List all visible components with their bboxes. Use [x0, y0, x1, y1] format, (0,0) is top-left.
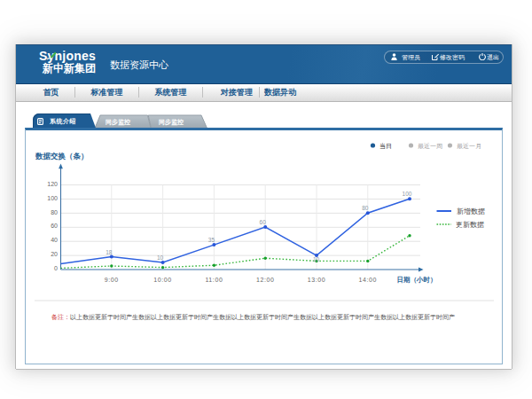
svg-text:20: 20 [51, 251, 58, 257]
svg-text:10: 10 [312, 256, 319, 262]
svg-text:同步监控: 同步监控 [106, 119, 130, 126]
svg-text:最近一周: 最近一周 [418, 143, 442, 149]
svg-text:13:00: 13:00 [307, 277, 325, 283]
svg-text:35: 35 [207, 237, 215, 243]
svg-text:60: 60 [259, 219, 266, 225]
svg-text:备注：以上数据更新于时间产生数据以上数据更新于时间产生数据以: 备注：以上数据更新于时间产生数据以上数据更新于时间产生数据以上数据更新于时间产生… [51, 313, 455, 321]
svg-text:100: 100 [402, 191, 411, 197]
svg-text:更新数据: 更新数据 [456, 221, 484, 229]
svg-text:10: 10 [156, 254, 163, 261]
svg-text:12:00: 12:00 [255, 277, 274, 283]
svg-text:80: 80 [51, 209, 58, 215]
svg-text:当日: 当日 [379, 143, 392, 150]
svg-text:80: 80 [362, 205, 369, 211]
svg-text:0: 0 [54, 265, 58, 271]
svg-text:100: 100 [47, 195, 58, 201]
svg-text:18: 18 [106, 249, 113, 255]
svg-text:9:00: 9:00 [104, 277, 118, 283]
svg-text:同步监控: 同步监控 [159, 119, 184, 126]
svg-text:新增数据: 新增数据 [457, 207, 485, 215]
svg-text:40: 40 [51, 237, 58, 243]
svg-text:数据交换（条）: 数据交换（条） [35, 152, 89, 160]
svg-text:最近一月: 最近一月 [457, 143, 481, 150]
svg-text:120: 120 [47, 181, 58, 187]
svg-text:日期（小时）: 日期（小时） [396, 276, 436, 284]
svg-text:14:00: 14:00 [358, 277, 377, 283]
svg-text:11:00: 11:00 [205, 277, 223, 283]
svg-text:10:00: 10:00 [153, 277, 172, 283]
svg-text:60: 60 [51, 223, 58, 229]
